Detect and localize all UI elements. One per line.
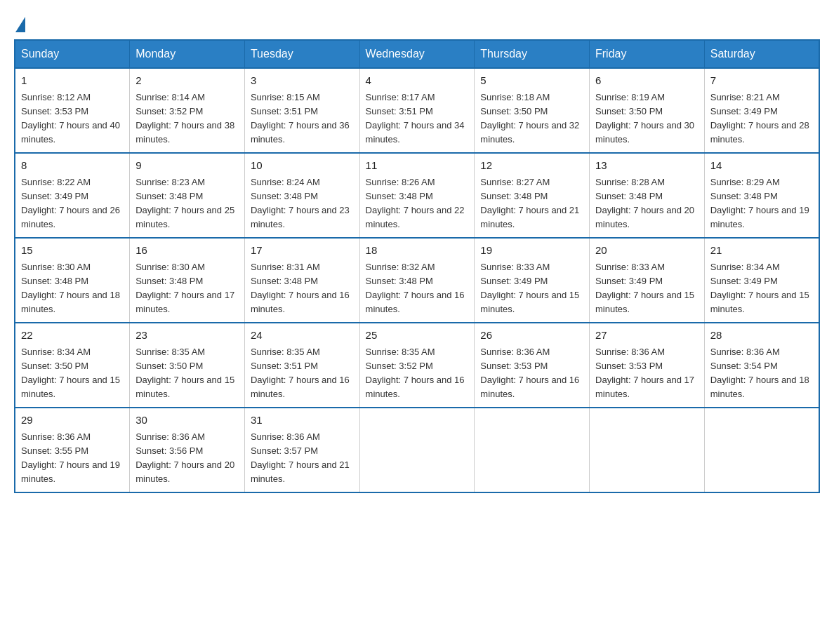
day-info: Sunrise: 8:36 AMSunset: 3:55 PMDaylight:… xyxy=(21,431,120,484)
calendar-day-cell: 29Sunrise: 8:36 AMSunset: 3:55 PMDayligh… xyxy=(15,408,130,492)
calendar-day-cell: 15Sunrise: 8:30 AMSunset: 3:48 PMDayligh… xyxy=(15,238,130,323)
day-number: 19 xyxy=(480,243,583,259)
day-number: 9 xyxy=(135,158,239,174)
page-header xyxy=(14,14,820,32)
day-info: Sunrise: 8:33 AMSunset: 3:49 PMDaylight:… xyxy=(480,262,579,314)
calendar-week-row: 29Sunrise: 8:36 AMSunset: 3:55 PMDayligh… xyxy=(15,408,819,492)
day-info: Sunrise: 8:12 AMSunset: 3:53 PMDaylight:… xyxy=(21,92,120,145)
calendar-day-cell: 10Sunrise: 8:24 AMSunset: 3:48 PMDayligh… xyxy=(244,153,359,238)
day-number: 12 xyxy=(480,158,583,174)
weekday-header-sunday: Sunday xyxy=(15,40,130,68)
calendar-day-cell: 17Sunrise: 8:31 AMSunset: 3:48 PMDayligh… xyxy=(244,238,359,323)
weekday-header-saturday: Saturday xyxy=(704,40,819,68)
day-number: 27 xyxy=(595,328,699,344)
day-number: 24 xyxy=(251,328,354,344)
day-info: Sunrise: 8:35 AMSunset: 3:52 PMDaylight:… xyxy=(366,347,465,399)
day-info: Sunrise: 8:35 AMSunset: 3:51 PMDaylight:… xyxy=(251,347,350,399)
day-number: 1 xyxy=(21,73,124,89)
day-info: Sunrise: 8:30 AMSunset: 3:48 PMDaylight:… xyxy=(21,262,120,314)
day-number: 20 xyxy=(595,243,699,259)
calendar-day-cell xyxy=(359,408,475,492)
calendar-day-cell: 18Sunrise: 8:32 AMSunset: 3:48 PMDayligh… xyxy=(359,238,475,323)
day-number: 11 xyxy=(366,158,469,174)
weekday-header-thursday: Thursday xyxy=(475,40,590,68)
day-number: 15 xyxy=(21,243,124,259)
calendar-day-cell: 8Sunrise: 8:22 AMSunset: 3:49 PMDaylight… xyxy=(15,153,130,238)
calendar-day-cell: 7Sunrise: 8:21 AMSunset: 3:49 PMDaylight… xyxy=(704,68,819,153)
day-info: Sunrise: 8:23 AMSunset: 3:48 PMDaylight:… xyxy=(135,177,234,229)
calendar-week-row: 1Sunrise: 8:12 AMSunset: 3:53 PMDaylight… xyxy=(15,68,819,153)
calendar-day-cell xyxy=(475,408,590,492)
day-number: 13 xyxy=(595,158,699,174)
calendar-week-row: 8Sunrise: 8:22 AMSunset: 3:49 PMDaylight… xyxy=(15,153,819,238)
calendar-day-cell: 11Sunrise: 8:26 AMSunset: 3:48 PMDayligh… xyxy=(359,153,475,238)
calendar-day-cell: 30Sunrise: 8:36 AMSunset: 3:56 PMDayligh… xyxy=(130,408,245,492)
calendar-day-cell: 24Sunrise: 8:35 AMSunset: 3:51 PMDayligh… xyxy=(244,323,359,408)
day-number: 26 xyxy=(480,328,583,344)
calendar-day-cell: 16Sunrise: 8:30 AMSunset: 3:48 PMDayligh… xyxy=(130,238,245,323)
day-number: 14 xyxy=(710,158,813,174)
calendar-day-cell: 4Sunrise: 8:17 AMSunset: 3:51 PMDaylight… xyxy=(359,68,475,153)
day-number: 2 xyxy=(135,73,239,89)
day-number: 16 xyxy=(135,243,239,259)
day-number: 22 xyxy=(21,328,124,344)
day-info: Sunrise: 8:21 AMSunset: 3:49 PMDaylight:… xyxy=(710,92,809,145)
day-number: 21 xyxy=(710,243,813,259)
day-info: Sunrise: 8:31 AMSunset: 3:48 PMDaylight:… xyxy=(251,262,350,314)
day-number: 17 xyxy=(251,243,354,259)
day-info: Sunrise: 8:30 AMSunset: 3:48 PMDaylight:… xyxy=(135,262,234,314)
calendar-day-cell: 19Sunrise: 8:33 AMSunset: 3:49 PMDayligh… xyxy=(475,238,590,323)
calendar-day-cell: 9Sunrise: 8:23 AMSunset: 3:48 PMDaylight… xyxy=(130,153,245,238)
day-info: Sunrise: 8:32 AMSunset: 3:48 PMDaylight:… xyxy=(366,262,465,314)
day-info: Sunrise: 8:27 AMSunset: 3:48 PMDaylight:… xyxy=(480,177,579,229)
weekday-header-row: SundayMondayTuesdayWednesdayThursdayFrid… xyxy=(15,40,819,68)
weekday-header-monday: Monday xyxy=(130,40,245,68)
day-number: 5 xyxy=(480,73,583,89)
day-info: Sunrise: 8:35 AMSunset: 3:50 PMDaylight:… xyxy=(135,347,234,399)
day-info: Sunrise: 8:34 AMSunset: 3:50 PMDaylight:… xyxy=(21,347,120,399)
calendar-week-row: 15Sunrise: 8:30 AMSunset: 3:48 PMDayligh… xyxy=(15,238,819,323)
day-number: 7 xyxy=(710,73,813,89)
day-info: Sunrise: 8:36 AMSunset: 3:53 PMDaylight:… xyxy=(595,347,694,399)
day-info: Sunrise: 8:29 AMSunset: 3:48 PMDaylight:… xyxy=(710,177,809,229)
day-number: 4 xyxy=(366,73,469,89)
calendar-week-row: 22Sunrise: 8:34 AMSunset: 3:50 PMDayligh… xyxy=(15,323,819,408)
logo xyxy=(14,14,25,32)
calendar-day-cell: 21Sunrise: 8:34 AMSunset: 3:49 PMDayligh… xyxy=(704,238,819,323)
calendar-day-cell: 22Sunrise: 8:34 AMSunset: 3:50 PMDayligh… xyxy=(15,323,130,408)
calendar-day-cell: 6Sunrise: 8:19 AMSunset: 3:50 PMDaylight… xyxy=(590,68,705,153)
logo-triangle-icon xyxy=(15,17,25,32)
calendar-day-cell: 31Sunrise: 8:36 AMSunset: 3:57 PMDayligh… xyxy=(244,408,359,492)
calendar-day-cell: 13Sunrise: 8:28 AMSunset: 3:48 PMDayligh… xyxy=(590,153,705,238)
day-number: 8 xyxy=(21,158,124,174)
calendar-day-cell: 14Sunrise: 8:29 AMSunset: 3:48 PMDayligh… xyxy=(704,153,819,238)
calendar-day-cell: 28Sunrise: 8:36 AMSunset: 3:54 PMDayligh… xyxy=(704,323,819,408)
day-info: Sunrise: 8:33 AMSunset: 3:49 PMDaylight:… xyxy=(595,262,694,314)
day-info: Sunrise: 8:18 AMSunset: 3:50 PMDaylight:… xyxy=(480,92,579,145)
day-info: Sunrise: 8:36 AMSunset: 3:54 PMDaylight:… xyxy=(710,347,809,399)
calendar-table: SundayMondayTuesdayWednesdayThursdayFrid… xyxy=(14,39,820,493)
day-number: 23 xyxy=(135,328,239,344)
day-info: Sunrise: 8:22 AMSunset: 3:49 PMDaylight:… xyxy=(21,177,120,229)
day-info: Sunrise: 8:36 AMSunset: 3:56 PMDaylight:… xyxy=(135,431,234,484)
calendar-day-cell: 26Sunrise: 8:36 AMSunset: 3:53 PMDayligh… xyxy=(475,323,590,408)
calendar-day-cell: 1Sunrise: 8:12 AMSunset: 3:53 PMDaylight… xyxy=(15,68,130,153)
calendar-day-cell: 12Sunrise: 8:27 AMSunset: 3:48 PMDayligh… xyxy=(475,153,590,238)
day-number: 10 xyxy=(251,158,354,174)
calendar-day-cell: 20Sunrise: 8:33 AMSunset: 3:49 PMDayligh… xyxy=(590,238,705,323)
day-number: 30 xyxy=(135,412,239,429)
day-number: 3 xyxy=(251,73,354,89)
day-number: 6 xyxy=(595,73,699,89)
day-info: Sunrise: 8:36 AMSunset: 3:53 PMDaylight:… xyxy=(480,347,579,399)
calendar-day-cell: 3Sunrise: 8:15 AMSunset: 3:51 PMDaylight… xyxy=(244,68,359,153)
calendar-day-cell: 23Sunrise: 8:35 AMSunset: 3:50 PMDayligh… xyxy=(130,323,245,408)
day-number: 18 xyxy=(366,243,469,259)
calendar-day-cell xyxy=(704,408,819,492)
calendar-day-cell xyxy=(590,408,705,492)
day-info: Sunrise: 8:24 AMSunset: 3:48 PMDaylight:… xyxy=(251,177,350,229)
calendar-day-cell: 27Sunrise: 8:36 AMSunset: 3:53 PMDayligh… xyxy=(590,323,705,408)
calendar-day-cell: 5Sunrise: 8:18 AMSunset: 3:50 PMDaylight… xyxy=(475,68,590,153)
day-number: 28 xyxy=(710,328,813,344)
day-info: Sunrise: 8:26 AMSunset: 3:48 PMDaylight:… xyxy=(366,177,465,229)
day-info: Sunrise: 8:17 AMSunset: 3:51 PMDaylight:… xyxy=(366,92,465,145)
